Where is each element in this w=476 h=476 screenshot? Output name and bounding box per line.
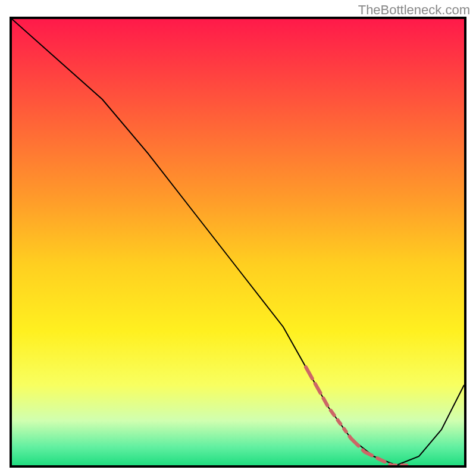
plot-frame xyxy=(10,17,466,468)
main-curve xyxy=(12,19,464,465)
chart-container: TheBottleneck.com xyxy=(0,0,476,476)
watermark-text: TheBottleneck.com xyxy=(358,2,470,18)
highlight-curve xyxy=(306,367,410,465)
chart-svg xyxy=(12,19,464,465)
